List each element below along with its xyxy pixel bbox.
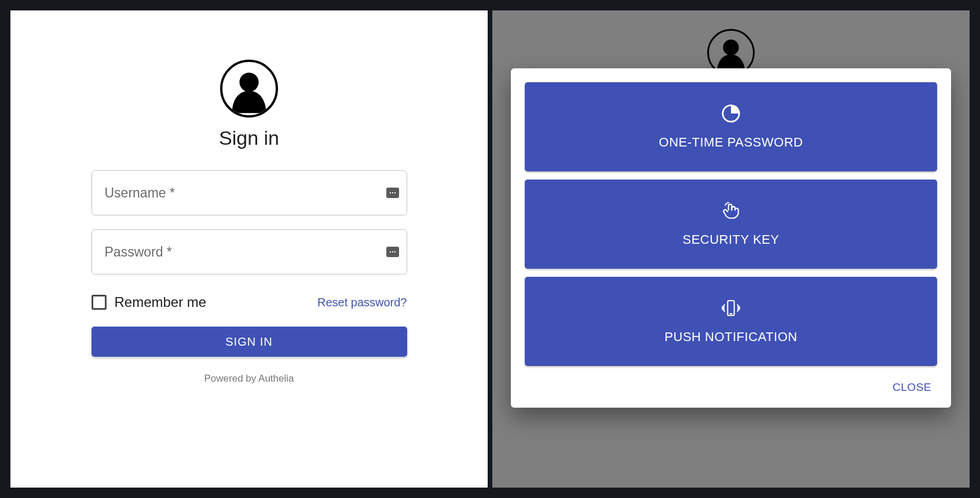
security-key-method-label: SECURITY KEY [683, 232, 780, 247]
mfa-panel: ONE-TIME PASSWORD SECURITY KEY [492, 10, 970, 488]
dialog-footer: CLOSE [525, 374, 937, 401]
push-notification-method-button[interactable]: PUSH NOTIFICATION [525, 277, 937, 366]
powered-by-label: Powered by Authelia [204, 373, 294, 385]
touch-icon [721, 201, 741, 221]
remember-me[interactable]: Remember me [92, 294, 207, 310]
reset-password-link[interactable]: Reset password? [317, 296, 407, 309]
signin-form: Sign in Remember me Reset password? SIGN… [92, 60, 407, 488]
close-button[interactable]: CLOSE [890, 378, 934, 397]
remember-me-checkbox[interactable] [92, 295, 107, 310]
mfa-method-dialog: ONE-TIME PASSWORD SECURITY KEY [511, 68, 951, 408]
signin-title: Sign in [219, 127, 279, 149]
svg-point-1 [723, 39, 738, 55]
otp-method-button[interactable]: ONE-TIME PASSWORD [525, 82, 937, 171]
signin-button[interactable]: SIGN IN [92, 327, 407, 357]
otp-clock-icon [721, 104, 741, 123]
username-field-wrap [92, 170, 407, 215]
signin-panel: Sign in Remember me Reset password? SIGN… [10, 10, 488, 488]
password-field-wrap [92, 229, 407, 274]
credentials-hint-icon[interactable] [386, 188, 399, 198]
username-input[interactable] [92, 170, 407, 215]
credentials-hint-icon[interactable] [386, 247, 399, 257]
svg-point-0 [239, 72, 258, 91]
avatar-icon [220, 60, 278, 118]
password-input[interactable] [92, 229, 407, 274]
security-key-method-button[interactable]: SECURITY KEY [525, 180, 937, 269]
remember-me-label: Remember me [115, 294, 207, 310]
phone-vibrate-icon [721, 298, 741, 318]
options-row: Remember me Reset password? [92, 294, 407, 310]
push-notification-method-label: PUSH NOTIFICATION [664, 329, 797, 345]
otp-method-label: ONE-TIME PASSWORD [659, 135, 803, 150]
